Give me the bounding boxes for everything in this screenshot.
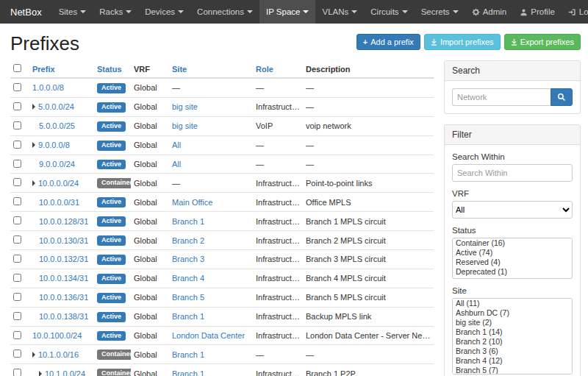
nav-item-secrets[interactable]: Secrets <box>415 0 465 24</box>
column-header-prefix[interactable]: Prefix <box>32 65 55 74</box>
status-option[interactable]: Container (16) <box>453 238 572 248</box>
site-option[interactable]: Branch 4 (12) <box>453 356 572 366</box>
nav-item-racks[interactable]: Racks <box>93 0 138 24</box>
expand-arrow-icon[interactable] <box>32 352 35 358</box>
site-option[interactable]: Branch 1 (14) <box>453 327 572 337</box>
nav-item-ip-space[interactable]: IP Space <box>259 0 315 24</box>
row-checkbox[interactable] <box>13 350 21 358</box>
table-row: 10.1.0.0/16ContainerGlobalBranch 1—— <box>10 345 434 364</box>
site-link[interactable]: big site <box>172 121 198 130</box>
role-cell: Infrastructure <box>253 97 303 116</box>
row-checkbox[interactable] <box>13 83 21 91</box>
checkbox-cell <box>10 250 29 269</box>
import-prefixes-button[interactable]: Import prefixes <box>424 34 501 50</box>
row-checkbox[interactable] <box>13 312 21 320</box>
prefix-link[interactable]: 10.0.0.130/31 <box>39 236 88 245</box>
nav-item-vlans[interactable]: VLANs <box>315 0 364 24</box>
vrf-select[interactable]: All <box>452 201 573 219</box>
nav-item-sites[interactable]: Sites <box>52 0 93 24</box>
nav-item-profile[interactable]: Profile <box>513 0 562 24</box>
prefix-link[interactable]: 10.0.0.134/31 <box>39 274 88 283</box>
search-input[interactable] <box>452 88 551 106</box>
status-option[interactable]: Deprecated (1) <box>453 267 572 277</box>
site-link[interactable]: Branch 5 <box>172 293 204 302</box>
row-checkbox[interactable] <box>13 293 21 301</box>
prefix-link[interactable]: 10.0.0.128/31 <box>39 217 88 226</box>
site-option[interactable]: Branch 2 (10) <box>453 337 572 347</box>
role-cell: Infrastructure <box>253 212 303 231</box>
site-listbox[interactable]: All (11)Ashburn DC (7)big site (2)Branch… <box>452 298 573 375</box>
prefix-link[interactable]: 10.0.0.0/31 <box>39 198 79 207</box>
prefix-link[interactable]: 5.0.0.0/25 <box>39 121 75 130</box>
add-prefix-button[interactable]: + Add a prefix <box>356 34 420 50</box>
site-option[interactable]: big site (2) <box>453 318 572 327</box>
prefix-link[interactable]: 9.0.0.0/8 <box>38 141 70 149</box>
select-all-checkbox[interactable] <box>13 64 21 72</box>
site-link[interactable]: Branch 1 <box>172 369 204 376</box>
site-link[interactable]: London Data Center <box>172 331 245 340</box>
status-cell: Active <box>94 193 131 212</box>
row-checkbox[interactable] <box>13 178 21 186</box>
nav-item-devices[interactable]: Devices <box>138 0 190 24</box>
column-header-status[interactable]: Status <box>97 65 122 74</box>
navbar: NetBox SitesRacksDevicesConnectionsIP Sp… <box>0 0 588 24</box>
row-checkbox[interactable] <box>13 274 21 282</box>
prefix-link[interactable]: 1.0.0.0/8 <box>32 83 64 92</box>
site-link[interactable]: big site <box>172 102 198 111</box>
prefix-link[interactable]: 10.0.0.136/31 <box>39 293 88 302</box>
nav-item-admin[interactable]: Admin <box>465 0 514 24</box>
prefix-link[interactable]: 10.0.0.132/31 <box>39 255 88 263</box>
site-link[interactable]: Main Office <box>172 198 212 207</box>
site-option[interactable]: Branch 3 (6) <box>453 347 572 356</box>
site-option[interactable]: Branch 5 (7) <box>453 366 572 375</box>
site-link[interactable]: Branch 1 <box>172 312 204 321</box>
prefix-link[interactable]: 10.0.0.138/31 <box>39 312 88 321</box>
nav-item-label: Racks <box>99 7 123 16</box>
expand-arrow-icon[interactable] <box>32 104 35 110</box>
nav-item-circuits[interactable]: Circuits <box>364 0 414 24</box>
expand-arrow-icon[interactable] <box>32 142 35 148</box>
site-link[interactable]: All <box>172 141 181 149</box>
expand-arrow-icon[interactable] <box>32 180 35 186</box>
checkbox-cell <box>10 269 29 288</box>
row-checkbox[interactable] <box>13 255 21 263</box>
export-prefixes-button[interactable]: Export prefixes <box>504 34 581 50</box>
site-link[interactable]: Branch 1 <box>172 217 204 226</box>
prefix-link[interactable]: 9.0.0.0/24 <box>39 160 75 169</box>
site-option[interactable]: All (11) <box>453 299 572 308</box>
site-option[interactable]: Ashburn DC (7) <box>453 308 572 318</box>
role-cell: — <box>253 135 303 155</box>
search-button[interactable] <box>551 88 573 106</box>
column-header-site[interactable]: Site <box>172 65 187 74</box>
prefix-link[interactable]: 10.0.100.0/24 <box>32 331 82 340</box>
row-checkbox[interactable] <box>13 369 21 376</box>
status-listbox[interactable]: Container (16)Active (74)Reserved (4)Dep… <box>452 238 573 279</box>
row-checkbox[interactable] <box>13 102 21 110</box>
row-checkbox[interactable] <box>13 121 21 130</box>
row-checkbox[interactable] <box>13 235 21 244</box>
site-link[interactable]: Branch 1 <box>172 350 204 359</box>
row-checkbox[interactable] <box>13 216 21 224</box>
row-checkbox[interactable] <box>13 160 21 168</box>
status-option[interactable]: Active (74) <box>453 248 572 258</box>
prefix-link[interactable]: 10.1.0.0/24 <box>45 369 85 376</box>
prefix-link[interactable]: 5.0.0.0/24 <box>38 102 74 111</box>
row-checkbox[interactable] <box>13 141 21 149</box>
expand-arrow-icon[interactable] <box>39 371 42 376</box>
prefix-link[interactable]: 10.0.0.0/24 <box>38 179 79 188</box>
status-option[interactable]: Reserved (4) <box>453 258 572 267</box>
site-link[interactable]: All <box>172 160 181 169</box>
row-checkbox[interactable] <box>13 197 21 205</box>
nav-item-connections[interactable]: Connections <box>190 0 259 24</box>
site-link[interactable]: Branch 2 <box>172 236 204 245</box>
prefix-link[interactable]: 10.1.0.0/16 <box>38 350 79 359</box>
nav-item-log-out[interactable]: Log out <box>562 0 588 24</box>
column-header-role[interactable]: Role <box>256 65 273 74</box>
site-link[interactable]: Branch 3 <box>172 255 204 263</box>
brand[interactable]: NetBox <box>0 0 52 24</box>
nav-item-label: IP Space <box>266 7 300 16</box>
site-link[interactable]: Branch 4 <box>172 274 204 283</box>
search-within-input[interactable] <box>452 164 573 182</box>
row-checkbox[interactable] <box>13 331 21 339</box>
site-cell: London Data Center <box>169 326 253 345</box>
